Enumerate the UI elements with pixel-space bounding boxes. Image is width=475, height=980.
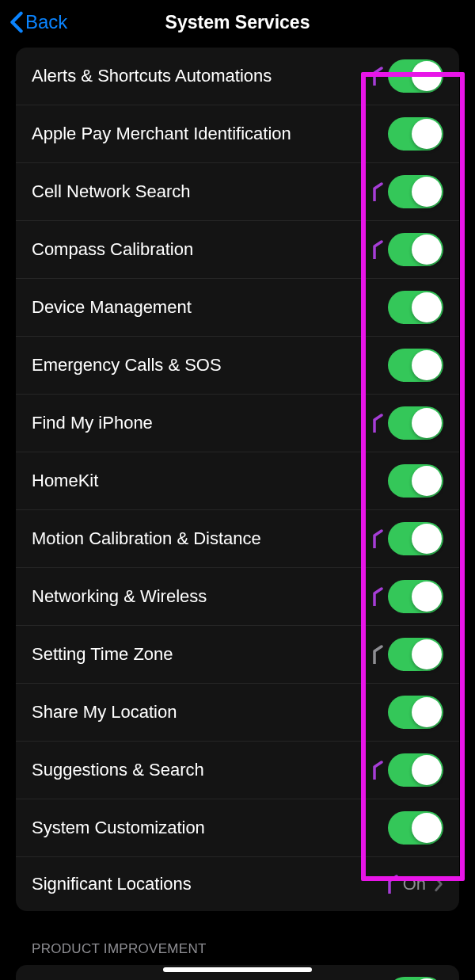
list-row: Device Management — [16, 279, 459, 337]
list-row: System Customization — [16, 799, 459, 857]
nav-header: Back System Services — [0, 0, 475, 48]
row-label: HomeKit — [32, 471, 388, 491]
toggle-knob — [412, 350, 442, 380]
toggle-switch[interactable] — [388, 522, 443, 555]
toggle-knob — [412, 177, 442, 207]
location-arrow-icon — [372, 182, 383, 201]
list-row: Share My Location — [16, 684, 459, 742]
row-label: Significant Locations — [32, 874, 384, 894]
row-label: Alerts & Shortcuts Automations — [32, 66, 369, 86]
location-arrow-icon — [387, 875, 398, 894]
toggle-knob — [412, 639, 442, 669]
row-label: Share My Location — [32, 702, 388, 723]
row-label: Find My iPhone — [32, 413, 369, 433]
toggle-switch[interactable] — [388, 349, 443, 382]
list-row: Networking & Wireless — [16, 568, 459, 626]
toggle-switch[interactable] — [388, 977, 443, 980]
list-row: Find My iPhone — [16, 395, 459, 452]
list-row: Compass Calibration — [16, 221, 459, 279]
back-chevron-icon — [10, 11, 24, 33]
section-header-product-improvement: PRODUCT IMPROVEMENT — [16, 911, 459, 965]
toggle-switch[interactable] — [388, 696, 443, 729]
toggle-switch[interactable] — [388, 117, 443, 151]
back-label: Back — [25, 11, 67, 33]
row-label: Setting Time Zone — [32, 644, 369, 665]
list-row: HomeKit — [16, 452, 459, 510]
toggle-knob — [412, 582, 442, 612]
toggle-switch[interactable] — [388, 811, 443, 845]
list-row: Motion Calibration & Distance — [16, 510, 459, 568]
row-label: Emergency Calls & SOS — [32, 355, 388, 376]
toggle-knob — [412, 61, 442, 91]
toggle-knob — [412, 408, 442, 438]
row-label: Suggestions & Search — [32, 760, 369, 780]
back-button[interactable]: Back — [10, 11, 67, 33]
row-label: Networking & Wireless — [32, 586, 369, 607]
location-arrow-icon — [372, 645, 383, 664]
row-label: Motion Calibration & Distance — [32, 528, 369, 549]
list-row: Setting Time Zone — [16, 626, 459, 684]
location-arrow-icon — [372, 240, 383, 259]
toggle-switch[interactable] — [388, 233, 443, 266]
toggle-switch[interactable] — [388, 291, 443, 324]
toggle-switch[interactable] — [388, 175, 443, 208]
location-arrow-icon — [372, 587, 383, 606]
list-row[interactable]: Significant LocationsOn — [16, 857, 459, 911]
list-row: Apple Pay Merchant Identification — [16, 105, 459, 163]
location-arrow-icon — [372, 414, 383, 433]
page-title: System Services — [165, 12, 310, 33]
toggle-switch[interactable] — [388, 464, 443, 498]
toggle-knob — [412, 813, 442, 843]
toggle-knob — [412, 697, 442, 727]
row-label: System Customization — [32, 818, 388, 838]
chevron-right-icon — [434, 876, 443, 892]
detail-value: On — [403, 874, 426, 894]
list-row: Emergency Calls & SOS — [16, 337, 459, 395]
toggle-knob — [412, 235, 442, 265]
list-row: Cell Network Search — [16, 163, 459, 221]
toggle-knob — [412, 292, 442, 322]
location-arrow-icon — [372, 67, 383, 86]
home-indicator[interactable] — [163, 967, 312, 972]
toggle-switch[interactable] — [388, 580, 443, 613]
toggle-knob — [412, 119, 442, 149]
toggle-switch[interactable] — [388, 406, 443, 440]
toggle-switch[interactable] — [388, 59, 443, 93]
content-area: Alerts & Shortcuts AutomationsApple Pay … — [0, 48, 475, 980]
row-label: Apple Pay Merchant Identification — [32, 124, 388, 144]
list-row: Suggestions & Search — [16, 742, 459, 799]
row-label: Device Management — [32, 297, 388, 318]
list-row: Alerts & Shortcuts Automations — [16, 48, 459, 105]
row-label: Cell Network Search — [32, 181, 369, 202]
location-arrow-icon — [372, 529, 383, 548]
toggle-knob — [412, 466, 442, 496]
toggle-knob — [412, 755, 442, 785]
toggle-switch[interactable] — [388, 638, 443, 671]
location-arrow-icon — [372, 761, 383, 780]
row-label: Compass Calibration — [32, 239, 369, 260]
system-services-list: Alerts & Shortcuts AutomationsApple Pay … — [16, 48, 459, 911]
toggle-knob — [412, 524, 442, 554]
toggle-switch[interactable] — [388, 753, 443, 787]
